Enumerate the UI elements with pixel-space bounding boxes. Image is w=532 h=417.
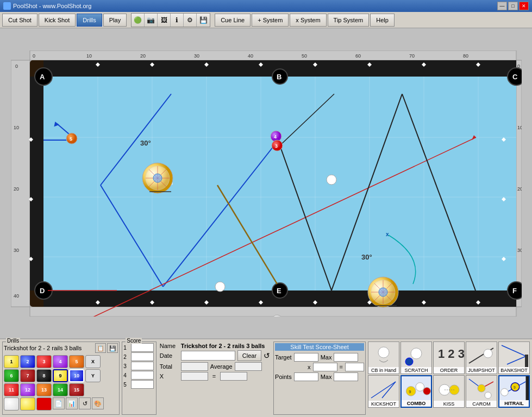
- list-icon[interactable]: 📊: [66, 397, 78, 409]
- ball-11[interactable]: 11: [4, 383, 19, 396]
- kickshot-btn[interactable]: KICKSHOT: [368, 375, 399, 408]
- ball-14[interactable]: 14: [53, 383, 68, 396]
- y-button-row2[interactable]: Y: [85, 369, 101, 382]
- score-input-4[interactable]: [131, 371, 154, 380]
- clear-button[interactable]: Clear: [237, 350, 261, 361]
- palette-icon[interactable]: 🎨: [92, 397, 104, 409]
- average-input[interactable]: [235, 362, 262, 371]
- svg-rect-0: [30, 50, 516, 60]
- app-icon: [3, 2, 11, 10]
- yellow-ball[interactable]: [20, 397, 35, 410]
- svg-marker-46: [29, 197, 33, 201]
- ball-15[interactable]: 15: [69, 383, 84, 396]
- drill-icon-btn-1[interactable]: 📋: [95, 343, 106, 353]
- settings-icon[interactable]: ⚙: [184, 14, 197, 27]
- image-icon[interactable]: 🖼: [158, 14, 171, 27]
- page-icon[interactable]: 📄: [53, 397, 65, 409]
- ball-5[interactable]: 5: [69, 355, 84, 368]
- result-input[interactable]: [220, 372, 247, 381]
- equals-label: =: [210, 373, 218, 380]
- red-ball[interactable]: [36, 397, 52, 410]
- cut-shot-button[interactable]: Cut Shot: [2, 14, 37, 27]
- svg-text:4: 4: [274, 134, 277, 140]
- ball-8[interactable]: 8: [36, 369, 52, 382]
- svg-point-102: [371, 280, 395, 304]
- app-title: PoolShot - www.PoolShot.org: [13, 3, 497, 9]
- camera-icon[interactable]: 📷: [145, 14, 158, 27]
- svg-point-121: [327, 175, 336, 185]
- combo-btn[interactable]: 9 COMBO: [400, 375, 432, 408]
- x-system-button[interactable]: x System: [290, 14, 326, 27]
- average-label: Average: [210, 363, 233, 370]
- svg-point-159: [501, 388, 509, 396]
- jumpshot-btn[interactable]: JUMPSHOT: [466, 342, 497, 374]
- svg-marker-36: [476, 62, 480, 67]
- plus-system-button[interactable]: + System: [252, 14, 289, 27]
- score-input-2[interactable]: [131, 352, 154, 361]
- ball-4[interactable]: 4: [53, 355, 68, 368]
- hitrail-btn[interactable]: 9 HITRAIL: [498, 375, 530, 408]
- svg-text:x: x: [386, 231, 389, 237]
- drill-save-btn[interactable]: 💾: [107, 343, 118, 353]
- score-row-2: 2: [123, 352, 155, 361]
- ball-7[interactable]: 7: [20, 369, 35, 382]
- svg-line-78: [101, 94, 171, 185]
- jumpshot-icon: [466, 343, 497, 367]
- pool-table-wrapper: 0 10 20 30 40 50 60 70 80 0 10 20 30 40 …: [11, 50, 522, 317]
- order-btn[interactable]: 1 2 3 ORDER: [433, 342, 465, 374]
- cue-ball[interactable]: [4, 397, 19, 410]
- total-input[interactable]: [181, 362, 208, 371]
- kiss-btn[interactable]: KISS: [433, 375, 465, 408]
- cue-line-button[interactable]: Cue Line: [215, 14, 251, 27]
- score-section-label: Score: [126, 338, 142, 344]
- svg-point-152: [478, 384, 485, 392]
- scratch-icon: [401, 343, 431, 367]
- play-button[interactable]: Play: [103, 14, 127, 27]
- svg-text:30°: 30°: [361, 253, 372, 261]
- info-icon[interactable]: ℹ: [171, 14, 184, 27]
- score-input-5[interactable]: [131, 380, 154, 389]
- ball-1[interactable]: 1: [4, 355, 19, 368]
- power-icon[interactable]: 🟢: [132, 14, 145, 27]
- x-input[interactable]: [181, 372, 208, 381]
- max-input-1[interactable]: [334, 353, 358, 362]
- score-input-1[interactable]: [131, 343, 154, 352]
- score-input-3[interactable]: [131, 362, 154, 370]
- skill-result[interactable]: [345, 363, 364, 371]
- drills-button[interactable]: Drills: [77, 14, 102, 27]
- help-button[interactable]: Help: [370, 14, 395, 27]
- ball-10[interactable]: 10: [69, 369, 84, 382]
- ball-13[interactable]: 13: [36, 383, 52, 396]
- minimize-button[interactable]: —: [497, 2, 507, 10]
- ball-6[interactable]: 6: [4, 369, 19, 382]
- close-button[interactable]: ✕: [519, 2, 529, 10]
- svg-point-127: [405, 358, 413, 365]
- carom-btn[interactable]: CAROM: [466, 375, 497, 408]
- refresh-icon[interactable]: ↺: [79, 397, 91, 409]
- points-input[interactable]: [294, 372, 318, 381]
- svg-point-143: [416, 383, 424, 391]
- ball-9[interactable]: 9: [53, 369, 68, 382]
- svg-text:10: 10: [517, 125, 522, 130]
- svg-point-74: [170, 182, 173, 185]
- score-section: Score 1 2 3 4 5: [122, 342, 157, 415]
- max-input-2[interactable]: [334, 372, 358, 381]
- svg-point-113: [272, 140, 283, 151]
- target-input[interactable]: [294, 353, 318, 362]
- scratch-btn[interactable]: SCRATCH: [400, 342, 432, 374]
- svg-marker-38: [150, 300, 154, 305]
- tip-system-button[interactable]: Tip System: [328, 14, 370, 27]
- bottom-panel: Drills Trickshot for 2 - 2 rails 3 balls…: [0, 338, 532, 417]
- date-input[interactable]: [181, 351, 235, 361]
- refresh-date-icon[interactable]: ↺: [264, 351, 270, 360]
- skill-x-input[interactable]: [313, 363, 337, 371]
- kick-shot-button[interactable]: Kick Shot: [39, 14, 76, 27]
- x-button-row1[interactable]: X: [85, 355, 101, 368]
- floppy-icon[interactable]: 💾: [197, 14, 210, 27]
- ball-2[interactable]: 2: [20, 355, 35, 368]
- cb-in-hand-btn[interactable]: CB in Hand: [368, 342, 399, 374]
- ball-12[interactable]: 12: [20, 383, 35, 396]
- restore-button[interactable]: □: [508, 2, 518, 10]
- ball-3[interactable]: 3: [36, 355, 52, 368]
- bankshot-btn[interactable]: BANKSHOT: [498, 342, 530, 374]
